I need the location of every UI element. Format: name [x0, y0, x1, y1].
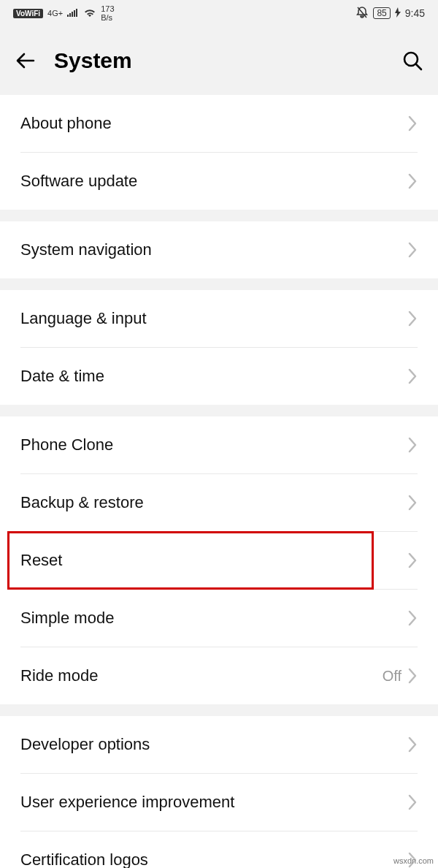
- search-icon: [402, 50, 423, 72]
- network-type: 4G+: [47, 9, 63, 18]
- status-bar: VoWiFi 4G+ 173 B/s 85 9:45: [0, 0, 438, 26]
- item-label: Backup & restore: [20, 493, 407, 512]
- item-label: Software update: [20, 172, 407, 191]
- chevron-right-icon: [407, 667, 418, 685]
- item-label: Ride mode: [20, 666, 383, 685]
- chevron-right-icon: [407, 368, 418, 385]
- settings-group: Developer options User experience improv…: [0, 716, 438, 868]
- battery-indicator: 85: [373, 7, 390, 19]
- item-label: Date & time: [20, 367, 407, 386]
- settings-list: About phone Software update System navig…: [0, 95, 438, 868]
- settings-group: System navigation: [0, 221, 438, 278]
- group-separator: [0, 405, 438, 416]
- arrow-left-icon: [15, 50, 36, 72]
- chevron-right-icon: [407, 552, 418, 569]
- item-value: Off: [383, 668, 402, 685]
- settings-item-certification-logos[interactable]: Certification logos: [0, 831, 438, 868]
- watermark: wsxdn.com: [393, 856, 434, 865]
- item-label: User experience improvement: [20, 793, 407, 812]
- item-label: Reset: [20, 551, 407, 570]
- settings-group: About phone Software update: [0, 95, 438, 210]
- chevron-right-icon: [407, 793, 418, 811]
- clock: 9:45: [405, 7, 425, 19]
- item-label: About phone: [20, 114, 407, 133]
- settings-item-simple-mode[interactable]: Simple mode: [0, 590, 438, 647]
- group-separator: [0, 210, 438, 221]
- item-label: System navigation: [20, 240, 407, 259]
- chevron-right-icon: [407, 115, 418, 132]
- wifi-icon: [83, 7, 96, 20]
- settings-item-about-phone[interactable]: About phone: [0, 95, 438, 152]
- chevron-right-icon: [407, 310, 418, 327]
- search-button[interactable]: [400, 48, 425, 73]
- settings-item-backup-restore[interactable]: Backup & restore: [0, 474, 438, 531]
- header: System: [0, 26, 438, 95]
- group-separator: [0, 278, 438, 290]
- back-button[interactable]: [13, 48, 38, 73]
- chevron-right-icon: [407, 494, 418, 511]
- chevron-right-icon: [407, 609, 418, 627]
- status-right: 85 9:45: [356, 6, 425, 21]
- item-label: Language & input: [20, 309, 407, 328]
- signal-icon: [67, 7, 79, 19]
- chevron-right-icon: [407, 241, 418, 259]
- settings-item-user-experience[interactable]: User experience improvement: [0, 774, 438, 831]
- page-title: System: [54, 48, 384, 73]
- vowifi-badge: VoWiFi: [13, 9, 43, 18]
- item-label: Simple mode: [20, 609, 407, 628]
- data-rate: 173 B/s: [101, 4, 114, 22]
- dnd-icon: [356, 6, 369, 21]
- settings-item-system-navigation[interactable]: System navigation: [0, 221, 438, 278]
- settings-item-date-time[interactable]: Date & time: [0, 348, 438, 405]
- settings-item-phone-clone[interactable]: Phone Clone: [0, 416, 438, 473]
- chevron-right-icon: [407, 436, 418, 454]
- charging-icon: [395, 7, 401, 20]
- settings-item-reset[interactable]: Reset: [0, 532, 438, 589]
- settings-item-software-update[interactable]: Software update: [0, 153, 438, 210]
- settings-item-developer-options[interactable]: Developer options: [0, 716, 438, 773]
- settings-group: Language & input Date & time: [0, 290, 438, 405]
- chevron-right-icon: [407, 736, 418, 753]
- item-label: Developer options: [20, 735, 407, 754]
- chevron-right-icon: [407, 172, 418, 190]
- item-label: Phone Clone: [20, 435, 407, 454]
- settings-item-language-input[interactable]: Language & input: [0, 290, 438, 347]
- status-left: VoWiFi 4G+ 173 B/s: [13, 4, 115, 22]
- settings-group: Phone Clone Backup & restore Reset Simpl…: [0, 416, 438, 704]
- group-separator: [0, 704, 438, 716]
- item-label: Certification logos: [20, 850, 407, 868]
- settings-item-ride-mode[interactable]: Ride modeOff: [0, 647, 438, 704]
